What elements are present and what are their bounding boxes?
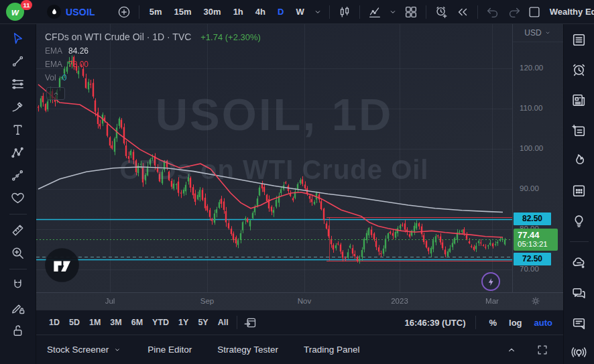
tradingview-app: w11USOIL5m15m30m1h4hDW Wealthy Educ USOI… bbox=[0, 0, 594, 364]
range-5d-button[interactable]: 5D bbox=[64, 314, 84, 331]
price-axis-currency-menu[interactable]: USD bbox=[513, 24, 563, 42]
price-axis[interactable]: USD 120.00110.00100.0090.0080.0070.00 82… bbox=[512, 24, 563, 292]
calendar-panel-button[interactable] bbox=[568, 180, 591, 202]
auto-scale-button[interactable]: auto bbox=[532, 318, 555, 328]
tool-zoom-in[interactable] bbox=[5, 242, 31, 264]
divider bbox=[477, 5, 478, 19]
app-logo[interactable]: w11 bbox=[4, 1, 31, 23]
tab-label: Strategy Tester bbox=[217, 345, 278, 355]
tool-text[interactable] bbox=[5, 119, 31, 141]
ideas-panel-button[interactable] bbox=[568, 210, 591, 231]
chevron-up-icon bbox=[505, 343, 518, 357]
heart-icon bbox=[10, 190, 25, 206]
undo-button[interactable] bbox=[483, 3, 503, 21]
price-tick: 120.00 bbox=[520, 64, 543, 72]
text-notes-panel-button[interactable] bbox=[568, 120, 591, 141]
log-scale-button[interactable]: log bbox=[506, 318, 525, 328]
quick-trade-lightning-button[interactable] bbox=[481, 272, 500, 291]
replay-icon bbox=[455, 5, 470, 19]
panel-open-button[interactable] bbox=[501, 341, 522, 359]
fullscreen-button[interactable] bbox=[532, 341, 552, 359]
timeframe-d[interactable]: D bbox=[272, 3, 289, 21]
text-icon bbox=[10, 122, 25, 137]
alerts-panel-button[interactable] bbox=[568, 60, 591, 81]
date-range-buttons: 1D5D1M3M6MYTD1Y5YAll bbox=[44, 314, 233, 331]
tool-patterns[interactable] bbox=[5, 141, 31, 164]
timeframe-1h[interactable]: 1h bbox=[228, 3, 249, 21]
chart-style-button[interactable] bbox=[335, 3, 355, 21]
create-alert-button[interactable] bbox=[431, 3, 451, 21]
bar-replay-button[interactable] bbox=[453, 3, 473, 21]
tab-pine-editor[interactable]: Pine Editor bbox=[147, 345, 192, 355]
range-6m-button[interactable]: 6M bbox=[127, 314, 147, 331]
chart-settings-gear-icon[interactable] bbox=[530, 295, 542, 307]
watchlist-panel-button[interactable] bbox=[568, 29, 591, 51]
minds-cloud-icon bbox=[571, 255, 587, 271]
legend-title-row: CFDs on WTI Crude Oil · 1D · TVC +1.74 (… bbox=[45, 32, 261, 42]
fib-retracement-icon bbox=[10, 76, 25, 92]
tab-stock-screener[interactable]: Stock Screener bbox=[47, 345, 122, 355]
timeframe-w[interactable]: W bbox=[290, 3, 309, 21]
right-sidebar bbox=[563, 24, 594, 364]
legend-collapse-button[interactable] bbox=[46, 87, 65, 100]
range-ytd-button[interactable]: YTD bbox=[147, 314, 174, 331]
timeframe-30m[interactable]: 30m bbox=[198, 3, 227, 21]
percent-scale-button[interactable]: % bbox=[486, 318, 499, 328]
private-chats-button[interactable] bbox=[568, 312, 591, 334]
hotlists-panel-button[interactable] bbox=[568, 150, 591, 172]
news-panel-button[interactable] bbox=[568, 90, 591, 111]
symbol-button[interactable]: USOIL bbox=[42, 3, 101, 21]
tool-brush[interactable] bbox=[5, 96, 31, 118]
watchlist-icon bbox=[571, 32, 587, 48]
account-name[interactable]: Wealthy Educ bbox=[550, 7, 594, 17]
tool-cursor[interactable] bbox=[5, 27, 31, 50]
tool-forecast[interactable] bbox=[5, 164, 31, 186]
indicators-button[interactable] bbox=[365, 3, 385, 21]
range-5y-button[interactable]: 5Y bbox=[193, 314, 213, 331]
tool-stay-drawing-mode[interactable] bbox=[5, 297, 31, 319]
divider bbox=[237, 316, 237, 329]
range-1y-button[interactable]: 1Y bbox=[174, 314, 193, 331]
streams-panel-button[interactable] bbox=[568, 343, 591, 364]
range-1m-button[interactable]: 1M bbox=[84, 314, 105, 331]
session-clock[interactable]: 16:46:39 (UTC) bbox=[404, 318, 465, 328]
chart-area[interactable]: USOIL, 1D CFDs on WTI Crude Oil CFDs on … bbox=[36, 24, 563, 310]
minds-panel-button[interactable] bbox=[568, 252, 591, 274]
range-3m-button[interactable]: 3M bbox=[105, 314, 126, 331]
multichart-layout-button[interactable] bbox=[401, 3, 421, 21]
tool-fib-retracement[interactable] bbox=[5, 73, 31, 95]
candles-icon bbox=[337, 5, 352, 19]
redo-button[interactable] bbox=[504, 3, 524, 21]
timeframe-15m[interactable]: 15m bbox=[169, 3, 197, 21]
time-axis[interactable]: JulSepNov2023Mar bbox=[36, 292, 563, 310]
indicator-row[interactable]: Vol0 bbox=[45, 72, 261, 82]
tool-trend-line[interactable] bbox=[5, 50, 31, 72]
zoom-in-icon bbox=[10, 245, 25, 261]
save-layout-button[interactable] bbox=[524, 3, 544, 21]
range-all-button[interactable]: All bbox=[213, 314, 233, 331]
tab-trading-panel[interactable]: Trading Panel bbox=[304, 345, 360, 355]
tradingview-logo[interactable] bbox=[44, 247, 80, 283]
indicator-row[interactable]: EMA78.00 bbox=[45, 59, 261, 69]
tool-magnet[interactable] bbox=[5, 274, 31, 296]
indicator-row[interactable]: EMA84.26 bbox=[45, 46, 261, 56]
tool-measure[interactable] bbox=[5, 219, 31, 241]
indicator-templates-button[interactable] bbox=[386, 3, 400, 21]
layout-grid-icon bbox=[404, 5, 418, 19]
chevron-down-icon bbox=[388, 7, 398, 17]
goto-date-button[interactable] bbox=[241, 313, 261, 332]
timeframe-5m[interactable]: 5m bbox=[144, 3, 168, 21]
range-1d-button[interactable]: 1D bbox=[44, 314, 64, 331]
symbol-label: USOIL bbox=[66, 7, 95, 17]
tab-strategy-tester[interactable]: Strategy Tester bbox=[217, 345, 278, 355]
symbol-add-button[interactable] bbox=[114, 3, 134, 21]
public-chats-button[interactable] bbox=[568, 282, 591, 304]
timeframe-menu-button[interactable] bbox=[311, 3, 324, 21]
tool-lock-drawings[interactable] bbox=[5, 320, 31, 342]
tool-emoji[interactable] bbox=[5, 187, 31, 209]
symbol-description[interactable]: CFDs on WTI Crude Oil · 1D · TVC bbox=[45, 32, 191, 42]
indicator-value: 0 bbox=[62, 73, 67, 82]
lock-icon bbox=[10, 323, 25, 339]
timeframe-4h[interactable]: 4h bbox=[250, 3, 271, 21]
level-price-label: 82.50 bbox=[514, 213, 551, 225]
